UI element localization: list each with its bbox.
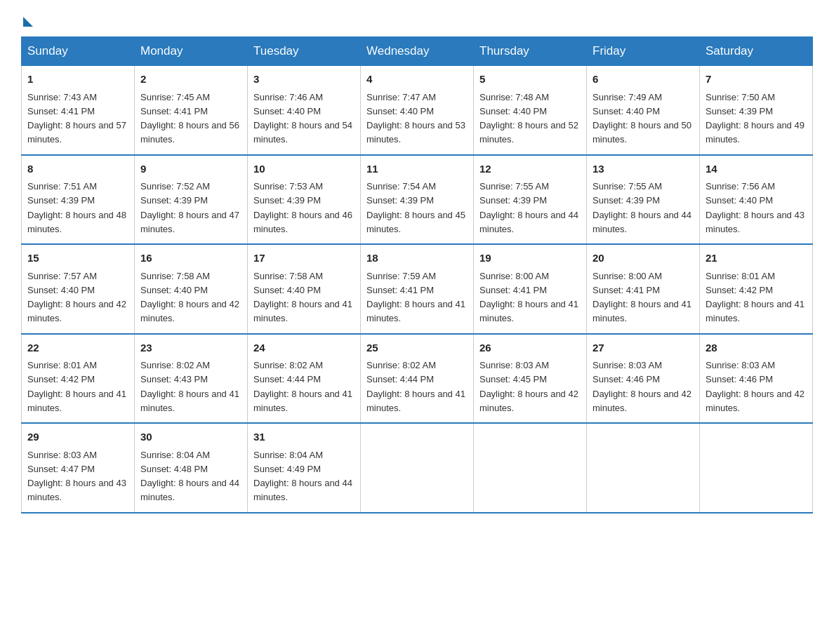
day-info: Sunrise: 7:45 AMSunset: 4:41 PMDaylight:… bbox=[140, 92, 239, 145]
day-info: Sunrise: 8:03 AMSunset: 4:45 PMDaylight:… bbox=[479, 360, 578, 413]
calendar-cell bbox=[361, 423, 474, 513]
calendar-cell: 5Sunrise: 7:48 AMSunset: 4:40 PMDaylight… bbox=[474, 66, 587, 155]
day-number: 29 bbox=[27, 429, 128, 445]
day-number: 28 bbox=[706, 340, 807, 356]
day-info: Sunrise: 7:57 AMSunset: 4:40 PMDaylight:… bbox=[27, 271, 126, 324]
day-info: Sunrise: 8:00 AMSunset: 4:41 PMDaylight:… bbox=[593, 271, 691, 324]
calendar-cell: 30Sunrise: 8:04 AMSunset: 4:48 PMDayligh… bbox=[135, 423, 248, 513]
day-number: 4 bbox=[366, 72, 468, 88]
calendar-cell: 22Sunrise: 8:01 AMSunset: 4:42 PMDayligh… bbox=[22, 334, 135, 424]
calendar-cell: 23Sunrise: 8:02 AMSunset: 4:43 PMDayligh… bbox=[135, 334, 248, 424]
day-number: 7 bbox=[706, 72, 807, 88]
day-info: Sunrise: 8:03 AMSunset: 4:46 PMDaylight:… bbox=[593, 360, 691, 413]
day-info: Sunrise: 7:47 AMSunset: 4:40 PMDaylight:… bbox=[366, 92, 465, 145]
day-info: Sunrise: 7:55 AMSunset: 4:39 PMDaylight:… bbox=[479, 181, 578, 234]
calendar-cell bbox=[587, 423, 700, 513]
calendar-table: SundayMondayTuesdayWednesdayThursdayFrid… bbox=[21, 36, 813, 514]
calendar-cell: 13Sunrise: 7:55 AMSunset: 4:39 PMDayligh… bbox=[587, 155, 700, 245]
day-number: 23 bbox=[140, 340, 241, 356]
calendar-cell: 28Sunrise: 8:03 AMSunset: 4:46 PMDayligh… bbox=[700, 334, 813, 424]
calendar-cell: 10Sunrise: 7:53 AMSunset: 4:39 PMDayligh… bbox=[248, 155, 361, 245]
calendar-week-row: 8Sunrise: 7:51 AMSunset: 4:39 PMDaylight… bbox=[22, 155, 813, 245]
day-number: 21 bbox=[706, 250, 807, 267]
calendar-week-row: 29Sunrise: 8:03 AMSunset: 4:47 PMDayligh… bbox=[22, 423, 813, 513]
day-number: 25 bbox=[366, 340, 468, 356]
calendar-week-row: 1Sunrise: 7:43 AMSunset: 4:41 PMDaylight… bbox=[22, 66, 813, 155]
day-info: Sunrise: 8:03 AMSunset: 4:47 PMDaylight:… bbox=[27, 450, 126, 503]
day-number: 1 bbox=[27, 72, 128, 88]
calendar-cell: 6Sunrise: 7:49 AMSunset: 4:40 PMDaylight… bbox=[587, 66, 700, 155]
calendar-cell: 7Sunrise: 7:50 AMSunset: 4:39 PMDaylight… bbox=[700, 66, 813, 155]
day-number: 16 bbox=[140, 250, 241, 267]
weekday-header-monday: Monday bbox=[135, 37, 248, 66]
logo-arrow-icon bbox=[23, 17, 33, 27]
day-info: Sunrise: 7:58 AMSunset: 4:40 PMDaylight:… bbox=[253, 271, 352, 324]
day-number: 6 bbox=[593, 72, 694, 88]
logo bbox=[21, 14, 33, 24]
day-info: Sunrise: 8:02 AMSunset: 4:44 PMDaylight:… bbox=[366, 360, 465, 413]
calendar-cell: 14Sunrise: 7:56 AMSunset: 4:40 PMDayligh… bbox=[700, 155, 813, 245]
calendar-header-row: SundayMondayTuesdayWednesdayThursdayFrid… bbox=[22, 37, 813, 66]
calendar-cell: 31Sunrise: 8:04 AMSunset: 4:49 PMDayligh… bbox=[248, 423, 361, 513]
calendar-cell: 16Sunrise: 7:58 AMSunset: 4:40 PMDayligh… bbox=[135, 244, 248, 334]
day-info: Sunrise: 8:02 AMSunset: 4:44 PMDaylight:… bbox=[253, 360, 352, 413]
day-info: Sunrise: 7:53 AMSunset: 4:39 PMDaylight:… bbox=[253, 181, 352, 234]
day-info: Sunrise: 7:43 AMSunset: 4:41 PMDaylight:… bbox=[27, 92, 126, 145]
day-info: Sunrise: 7:50 AMSunset: 4:39 PMDaylight:… bbox=[706, 92, 805, 145]
calendar-cell: 26Sunrise: 8:03 AMSunset: 4:45 PMDayligh… bbox=[474, 334, 587, 424]
page-header bbox=[21, 14, 813, 24]
calendar-cell: 25Sunrise: 8:02 AMSunset: 4:44 PMDayligh… bbox=[361, 334, 474, 424]
day-info: Sunrise: 8:02 AMSunset: 4:43 PMDaylight:… bbox=[140, 360, 239, 413]
day-number: 11 bbox=[366, 161, 468, 177]
day-number: 13 bbox=[593, 161, 694, 177]
calendar-body: 1Sunrise: 7:43 AMSunset: 4:41 PMDaylight… bbox=[22, 66, 813, 513]
calendar-cell: 29Sunrise: 8:03 AMSunset: 4:47 PMDayligh… bbox=[22, 423, 135, 513]
calendar-cell: 9Sunrise: 7:52 AMSunset: 4:39 PMDaylight… bbox=[135, 155, 248, 245]
calendar-cell: 3Sunrise: 7:46 AMSunset: 4:40 PMDaylight… bbox=[248, 66, 361, 155]
day-info: Sunrise: 7:56 AMSunset: 4:40 PMDaylight:… bbox=[706, 181, 805, 234]
day-info: Sunrise: 7:52 AMSunset: 4:39 PMDaylight:… bbox=[140, 181, 239, 234]
day-number: 31 bbox=[253, 429, 355, 445]
day-number: 24 bbox=[253, 340, 355, 356]
day-number: 20 bbox=[593, 250, 694, 267]
weekday-header-saturday: Saturday bbox=[700, 37, 813, 66]
calendar-cell: 19Sunrise: 8:00 AMSunset: 4:41 PMDayligh… bbox=[474, 244, 587, 334]
day-info: Sunrise: 8:00 AMSunset: 4:41 PMDaylight:… bbox=[479, 271, 578, 324]
day-info: Sunrise: 7:51 AMSunset: 4:39 PMDaylight:… bbox=[27, 181, 126, 234]
calendar-cell bbox=[700, 423, 813, 513]
day-info: Sunrise: 7:49 AMSunset: 4:40 PMDaylight:… bbox=[593, 92, 691, 145]
day-number: 2 bbox=[140, 72, 241, 88]
day-number: 27 bbox=[593, 340, 694, 356]
day-number: 14 bbox=[706, 161, 807, 177]
day-number: 22 bbox=[27, 340, 128, 356]
calendar-cell: 15Sunrise: 7:57 AMSunset: 4:40 PMDayligh… bbox=[22, 244, 135, 334]
day-number: 12 bbox=[479, 161, 581, 177]
calendar-cell: 8Sunrise: 7:51 AMSunset: 4:39 PMDaylight… bbox=[22, 155, 135, 245]
day-info: Sunrise: 8:04 AMSunset: 4:48 PMDaylight:… bbox=[140, 450, 239, 503]
weekday-header-thursday: Thursday bbox=[474, 37, 587, 66]
day-number: 3 bbox=[253, 72, 355, 88]
day-number: 18 bbox=[366, 250, 468, 267]
weekday-header-wednesday: Wednesday bbox=[361, 37, 474, 66]
day-number: 5 bbox=[479, 72, 581, 88]
day-number: 15 bbox=[27, 250, 128, 267]
weekday-header-tuesday: Tuesday bbox=[248, 37, 361, 66]
weekday-header-sunday: Sunday bbox=[22, 37, 135, 66]
day-number: 9 bbox=[140, 161, 241, 177]
day-info: Sunrise: 7:55 AMSunset: 4:39 PMDaylight:… bbox=[593, 181, 691, 234]
day-info: Sunrise: 7:54 AMSunset: 4:39 PMDaylight:… bbox=[366, 181, 465, 234]
weekday-header-friday: Friday bbox=[587, 37, 700, 66]
day-info: Sunrise: 8:03 AMSunset: 4:46 PMDaylight:… bbox=[706, 360, 805, 413]
day-info: Sunrise: 7:46 AMSunset: 4:40 PMDaylight:… bbox=[253, 92, 352, 145]
day-number: 26 bbox=[479, 340, 581, 356]
day-number: 10 bbox=[253, 161, 355, 177]
calendar-week-row: 22Sunrise: 8:01 AMSunset: 4:42 PMDayligh… bbox=[22, 334, 813, 424]
calendar-cell: 17Sunrise: 7:58 AMSunset: 4:40 PMDayligh… bbox=[248, 244, 361, 334]
day-info: Sunrise: 8:01 AMSunset: 4:42 PMDaylight:… bbox=[706, 271, 805, 324]
calendar-cell: 24Sunrise: 8:02 AMSunset: 4:44 PMDayligh… bbox=[248, 334, 361, 424]
day-info: Sunrise: 8:04 AMSunset: 4:49 PMDaylight:… bbox=[253, 450, 352, 503]
day-number: 8 bbox=[27, 161, 128, 177]
calendar-week-row: 15Sunrise: 7:57 AMSunset: 4:40 PMDayligh… bbox=[22, 244, 813, 334]
calendar-cell: 21Sunrise: 8:01 AMSunset: 4:42 PMDayligh… bbox=[700, 244, 813, 334]
day-info: Sunrise: 7:59 AMSunset: 4:41 PMDaylight:… bbox=[366, 271, 465, 324]
